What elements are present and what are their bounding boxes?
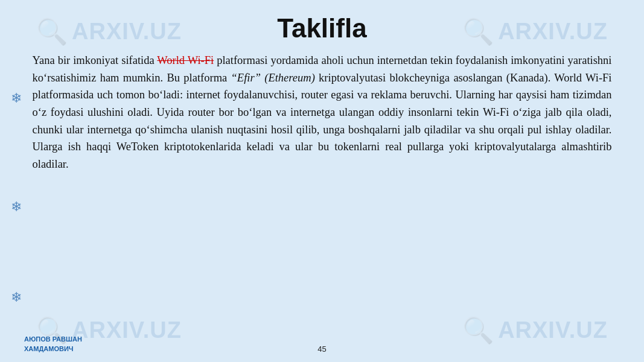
world-wifi-link[interactable]: World Wi-Fi <box>157 54 214 66</box>
page-number: 45 <box>317 345 326 354</box>
slide-title: Taklifla <box>277 13 366 43</box>
main-paragraph: Yana bir imkoniyat sifatida World Wi-Fi … <box>33 52 612 173</box>
author-name: АЮПОВ РАВШАН ХАМДАМОВИЧ <box>24 335 82 354</box>
text-main: kriptovalyutasi blokcheyniga asoslangan … <box>33 72 612 170</box>
snowflake-1: ❄ <box>11 91 22 106</box>
snowflake-3: ❄ <box>11 290 22 305</box>
watermark-top-left: 🔍 ARXIV.UZ <box>36 17 182 46</box>
text-before-link: Yana bir imkoniyat sifatida <box>33 54 158 66</box>
snowflake-2: ❄ <box>11 199 22 215</box>
watermark-text-tr: ARXIV.UZ <box>498 19 608 45</box>
footer: АЮПОВ РАВШАН ХАМДАМОВИЧ 45 <box>0 335 644 354</box>
ethereum-reference: “Efir” (Ethereum) <box>231 72 315 84</box>
watermark-icon-tr: 🔍 <box>462 17 494 46</box>
watermark-text-tl: ARXIV.UZ <box>72 19 182 45</box>
watermark-top-right: 🔍 ARXIV.UZ <box>462 17 608 46</box>
author-line2: ХАМДАМОВИЧ <box>24 345 82 354</box>
author-line1: АЮПОВ РАВШАН <box>24 335 82 344</box>
watermark-icon-tl: 🔍 <box>36 17 68 46</box>
slide: 🔍 ARXIV.UZ 🔍 ARXIV.UZ 🔍 ARXIV.UZ 🔍 ARXIV… <box>0 0 644 362</box>
